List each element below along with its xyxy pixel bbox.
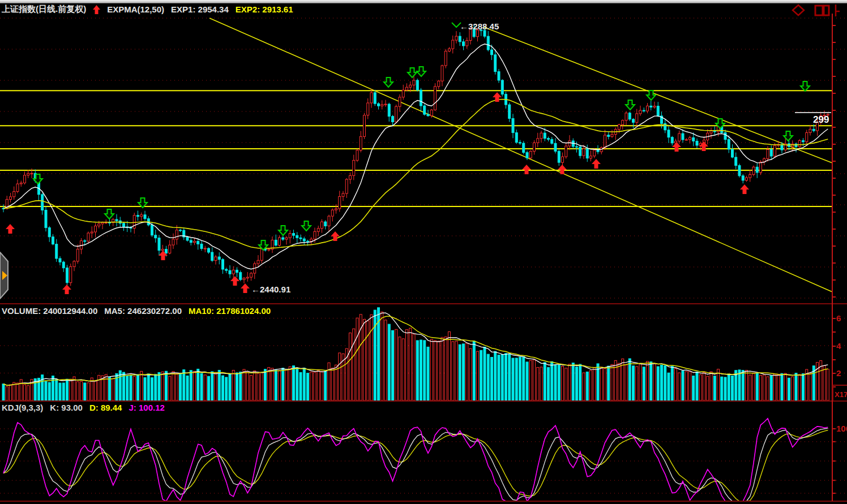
sell-signal-arrow [647, 91, 656, 100]
exp1-value: EXP1: 2954.34 [171, 5, 229, 14]
sell-signal-arrow [626, 100, 635, 110]
sell-signal-arrow [784, 131, 793, 141]
buy-signal-arrow [62, 285, 71, 294]
buy-signal-arrow [331, 231, 340, 241]
kdj-axis-label-100: 100 [836, 424, 847, 433]
sell-signal-arrow [302, 221, 311, 231]
kdj-k-value: K: 93.00 [50, 403, 83, 412]
buy-signal-arrow [230, 276, 239, 286]
sell-signal-arrow [279, 226, 288, 235]
sidebar-expand-handle[interactable] [0, 252, 14, 299]
sell-signal-arrow [408, 68, 417, 77]
candlesticks [2, 25, 829, 287]
buy-signal-arrow [672, 142, 681, 152]
buy-signal-arrow [558, 165, 567, 174]
buy-signal-arrow [740, 184, 749, 194]
low-price-annotation: ←2440.91 [251, 285, 290, 294]
support-level-lines [0, 91, 832, 206]
volume-axis-label-6: 6 [836, 313, 841, 323]
window-top-edge [0, 0, 847, 3]
price-pane-legend: 上证指数(日线.前复权) EXPMA(12,50) EXP1: 2954.34 … [2, 4, 293, 15]
volume-pane-legend: VOLUME: 240012944.00 MA5: 246230272.00 M… [2, 306, 271, 316]
stock-app-window: 上证指数(日线.前复权) EXPMA(12,50) EXP1: 2954.34 … [0, 0, 847, 504]
last-price-label: 299 [813, 114, 829, 126]
chart-canvas[interactable] [0, 0, 847, 504]
grid-lines [0, 18, 847, 493]
sell-signal-arrow [384, 77, 393, 87]
restore-window-icon[interactable] [815, 5, 840, 16]
volume-bars [2, 308, 829, 400]
sell-signal-arrow [801, 81, 810, 91]
volume-ma5-value: MA5: 246230272.00 [104, 306, 182, 316]
volume-value: VOLUME: 240012944.00 [2, 306, 97, 316]
volume-axis-label-2: 2 [836, 368, 841, 378]
signal-markers [6, 23, 810, 294]
buy-signal-arrow [241, 283, 250, 293]
up-arrow-icon [93, 5, 100, 14]
exp2-value: EXP2: 2913.61 [236, 5, 293, 14]
last-price-pointer-line [795, 112, 831, 113]
kdj-name: KDJ(9,3,3) [2, 403, 43, 412]
buy-signal-arrow [6, 224, 15, 234]
symbol-title: 上证指数(日线.前复权) [2, 4, 86, 15]
kdj-d-value: D: 89.44 [89, 403, 122, 412]
volume-axis-label-4: 4 [836, 341, 841, 351]
buy-signal-arrow [592, 159, 601, 169]
diamond-icon[interactable] [793, 5, 804, 15]
sell-signal-arrow [105, 209, 114, 219]
volume-ma10-value: MA10: 217861024.00 [189, 306, 271, 316]
volume-scale-label: X17 [832, 385, 847, 400]
kdj-j-value: J: 100.12 [129, 403, 164, 412]
trend-lines [209, 18, 832, 292]
buy-signal-arrow [522, 165, 531, 174]
kdj-lines [3, 419, 828, 501]
price-axis [832, 14, 836, 501]
kdj-pane-legend: KDJ(9,3,3) K: 93.00 D: 89.44 J: 100.12 [2, 403, 165, 412]
high-price-annotation: ←3288.45 [460, 21, 499, 31]
sell-signal-arrow [417, 67, 426, 76]
window-controls [788, 3, 847, 17]
indicator-name: EXPMA(12,50) [107, 5, 164, 14]
